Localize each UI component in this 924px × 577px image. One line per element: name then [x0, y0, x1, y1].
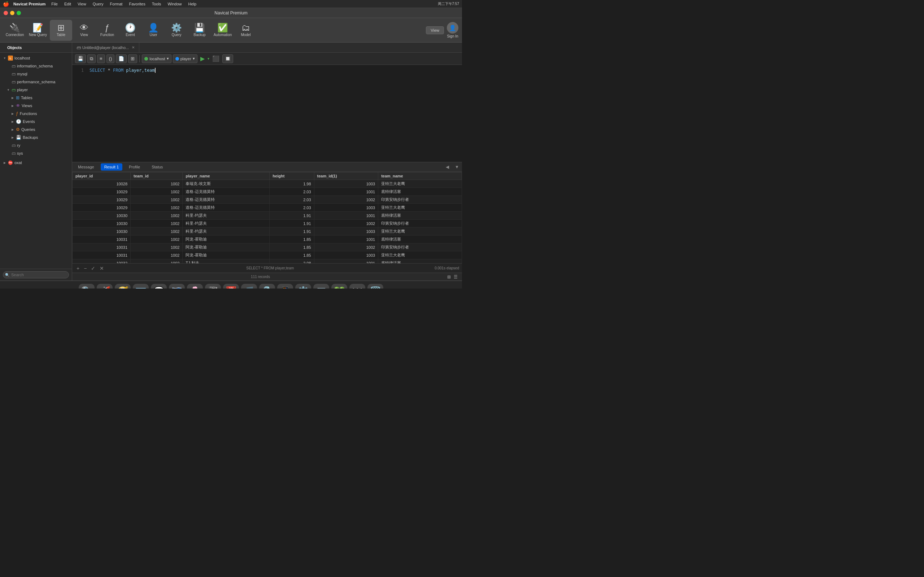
menu-edit[interactable]: Edit: [63, 2, 73, 6]
sidebar-item-sys[interactable]: 🗃 sys: [0, 149, 72, 157]
scroll-left-icon[interactable]: ◀: [443, 164, 452, 169]
table-row[interactable]: 100291002道格-迈克德莫特2.031002印第安纳步行者: [73, 196, 462, 204]
grid-view-button[interactable]: ⊞: [128, 55, 137, 63]
parentheses-button[interactable]: (): [107, 55, 115, 63]
table-row[interactable]: 100301002科里-约瑟夫1.911003亚特兰大老鹰: [73, 227, 462, 235]
discard-button[interactable]: ✕: [98, 265, 105, 272]
connection-select[interactable]: localhost ▾: [142, 55, 171, 63]
backup-label: Backup: [194, 33, 205, 37]
table-button[interactable]: ⊞ Table: [50, 20, 72, 41]
menu-file[interactable]: File: [50, 2, 59, 6]
dock-terminal[interactable]: 💻: [313, 284, 329, 289]
dock-wechat[interactable]: 💚: [331, 284, 347, 289]
table-row[interactable]: 100311002阿龙-霍勒迪1.851002印第安纳步行者: [73, 243, 462, 251]
sign-in-section[interactable]: 👤 Sign In: [447, 22, 459, 38]
dock-notes[interactable]: 📓: [205, 284, 221, 289]
table-row[interactable]: 100311002阿龙-霍勒迪1.851001底特律活塞: [73, 235, 462, 243]
view-toggle-button[interactable]: View: [426, 26, 444, 34]
run-dropdown-icon[interactable]: ▾: [208, 56, 209, 61]
tab-close-icon[interactable]: ✕: [132, 45, 135, 49]
sidebar-item-tables[interactable]: ▶ ⊞ Tables: [0, 94, 72, 102]
model-button[interactable]: 🗂 Model: [234, 20, 257, 41]
grid-view-icon[interactable]: ⊞: [447, 274, 451, 279]
sql-editor[interactable]: 1 SELECT * FROM player,team: [72, 65, 462, 162]
sidebar-item-ry[interactable]: 🗃 ry: [0, 141, 72, 149]
tab-message[interactable]: Message: [72, 162, 100, 172]
dock-calendar[interactable]: 📅: [223, 284, 239, 289]
minimize-button[interactable]: [10, 11, 15, 15]
menu-view[interactable]: View: [76, 2, 88, 6]
save-button[interactable]: 💾: [75, 55, 86, 63]
sidebar-item-functions[interactable]: ▶ ƒ Functions: [0, 110, 72, 118]
delete-row-button[interactable]: −: [82, 265, 88, 272]
sidebar-item-views[interactable]: ▶ 👁 Views: [0, 102, 72, 110]
new-query-button[interactable]: 📝 New Query: [27, 20, 49, 41]
search-input[interactable]: [3, 271, 69, 279]
snippet-button[interactable]: 📄: [116, 55, 127, 63]
dock-podcasts[interactable]: 🎙️: [259, 284, 275, 289]
table-row[interactable]: 100281002泰瑞克-埃文斯1.981003亚特兰大老鹰: [73, 180, 462, 188]
backup-button[interactable]: 💾 Backup: [188, 20, 211, 41]
tab-profile[interactable]: Profile: [123, 162, 146, 172]
objects-tab[interactable]: Objects: [0, 43, 29, 52]
sidebar-item-mysql[interactable]: 🗃 mysql: [0, 70, 72, 78]
menu-query[interactable]: Query: [91, 2, 105, 6]
dock-mail[interactable]: ✉️: [133, 284, 149, 289]
menu-favorites[interactable]: Favorites: [128, 2, 147, 6]
maximize-button[interactable]: [16, 11, 21, 15]
query-toolbar-button[interactable]: ⚙️ Query: [165, 20, 188, 41]
table-row[interactable]: 100321002TJ-利夫2.081001底特律活塞: [73, 259, 462, 264]
dock-finder[interactable]: 🔍: [79, 284, 95, 289]
dock-safari[interactable]: 🧭: [115, 284, 131, 289]
functions-icon: ƒ: [16, 111, 18, 116]
sidebar-item-oxat[interactable]: ▶ ⛔ oxat: [0, 159, 72, 167]
automation-icon: ✅: [217, 23, 228, 32]
sidebar-item-backups[interactable]: ▶ 💾 Backups: [0, 134, 72, 141]
run-button[interactable]: ▶: [199, 55, 206, 62]
sidebar-item-queries[interactable]: ▶ ⚙ Queries: [0, 126, 72, 134]
menu-help[interactable]: Help: [187, 2, 198, 6]
add-row-button[interactable]: +: [75, 265, 81, 272]
table-row[interactable]: 100291002道格-迈克德莫特2.031001底特律活塞: [73, 188, 462, 196]
menu-window[interactable]: Window: [166, 2, 183, 6]
table-row[interactable]: 100301002科里-约瑟夫1.911001底特律活塞: [73, 212, 462, 220]
view-toolbar-button[interactable]: 👁 View: [73, 20, 95, 41]
dock-photos[interactable]: 🌸: [187, 284, 203, 289]
dock-syspref[interactable]: ⚙️: [295, 284, 311, 289]
tab-result1[interactable]: Result 1: [101, 163, 122, 171]
database-select[interactable]: player ▾: [173, 55, 197, 63]
table-row[interactable]: 100311002阿龙-霍勒迪1.851003亚特兰大老鹰: [73, 251, 462, 259]
connection-button[interactable]: 🔌 Connection: [3, 20, 26, 41]
table-row[interactable]: 100301002科里-约瑟夫1.911002印第安纳步行者: [73, 220, 462, 227]
dock-messages[interactable]: 💬: [151, 284, 167, 289]
table-row[interactable]: 100291002道格-迈克德莫特2.031003亚特兰大老鹰: [73, 204, 462, 212]
menu-format[interactable]: Format: [109, 2, 124, 6]
sidebar-item-events[interactable]: ▶ 🕐 Events: [0, 118, 72, 126]
sidebar-item-localhost[interactable]: ▼ L localhost: [0, 54, 72, 62]
dock-maps[interactable]: 🗺️: [169, 284, 185, 289]
confirm-button[interactable]: ✓: [89, 265, 97, 272]
dock-trash[interactable]: 🗑️: [367, 284, 383, 289]
format-button[interactable]: ≡: [97, 55, 105, 63]
scroll-right-icon[interactable]: ▼: [452, 164, 462, 169]
apple-menu[interactable]: 🍎: [3, 1, 9, 7]
automation-button[interactable]: ✅ Automation: [212, 20, 234, 41]
sidebar-item-player[interactable]: ▼ 🗃 player: [0, 86, 72, 94]
sidebar-item-information-schema[interactable]: 🗃 information_schema: [0, 62, 72, 70]
dock-launchpad[interactable]: 🚀: [97, 284, 113, 289]
dock-wps[interactable]: W: [349, 284, 365, 289]
function-button[interactable]: ƒ Function: [96, 20, 118, 41]
sidebar-item-performance-schema[interactable]: 🗃 performance_schema: [0, 78, 72, 86]
list-view-icon[interactable]: ☰: [454, 274, 458, 279]
copy-button[interactable]: ⧉: [87, 55, 96, 63]
dock-music[interactable]: 🎵: [241, 284, 257, 289]
dock-appstore[interactable]: 📱: [277, 284, 293, 289]
stop-button[interactable]: ⬛: [211, 55, 221, 62]
tab-untitled-query[interactable]: 🗃 Untitled@player (localho... ✕: [72, 43, 139, 52]
explain-button[interactable]: 🔲: [222, 55, 233, 63]
user-button[interactable]: 👤 User: [142, 20, 165, 41]
close-button[interactable]: [3, 11, 8, 15]
menu-tools[interactable]: Tools: [150, 2, 163, 6]
tab-status[interactable]: Status: [146, 162, 168, 172]
event-button[interactable]: 🕐 Event: [119, 20, 142, 41]
